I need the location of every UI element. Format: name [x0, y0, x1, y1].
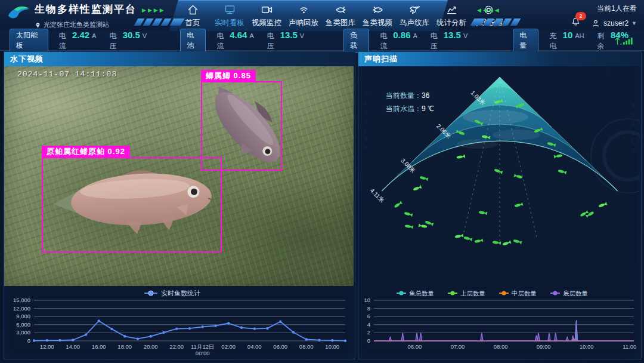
sonar-info: 当前数量：36 当前水温：9 ℃	[386, 89, 434, 115]
metric-unit: V	[463, 32, 467, 39]
sonar-count-label: 当前数量：	[386, 91, 422, 100]
sonar-fish-icon	[514, 202, 523, 208]
signal-strength-icon	[614, 35, 634, 48]
metric-unit: V	[300, 32, 304, 39]
power-badge[interactable]: 电池	[180, 29, 206, 53]
nav-item-label: 首页	[185, 18, 200, 28]
underwater-video-panel: 水下视频	[4, 51, 355, 359]
nav-item-label: 实时看板	[215, 18, 244, 28]
metric-value: 10	[563, 30, 573, 40]
sonar-playback-icon	[298, 4, 310, 16]
nav-item-label: 视频监控	[252, 18, 281, 28]
metric-value: 13.5	[444, 30, 461, 40]
svg-text:6,000: 6,000	[16, 321, 30, 328]
sonar-fish-icon	[514, 174, 523, 179]
metric-label: 电压	[431, 31, 440, 51]
username: szuser2	[603, 19, 628, 27]
svg-text:15,000: 15,000	[13, 297, 30, 303]
svg-text:实时鱼数统计: 实时鱼数统计	[161, 290, 200, 297]
power-metric: 电流 2.42 A	[59, 30, 97, 51]
user-menu[interactable]: szuser2 ▼	[591, 19, 637, 28]
sonar-fish-icon	[419, 176, 428, 181]
metric-unit: V	[143, 32, 147, 39]
nav-item-sonar-playback[interactable]: 声呐回放	[285, 0, 322, 31]
nav-item-label: 鱼类视频	[363, 18, 392, 28]
svg-text:0: 0	[367, 337, 370, 344]
nav-item-bird-sound[interactable]: 鸟声纹库	[396, 0, 433, 31]
fish-gallery-icon	[335, 4, 347, 16]
metric-value: 13.5	[280, 30, 298, 40]
video-panel-header: 水下视频	[4, 52, 355, 66]
sonar-fish-icon	[463, 236, 472, 241]
main-nav: 首页实时看板视频监控声呐回放鱼类图库鱼类视频鸟声纹库统计分析系统设置	[174, 0, 507, 31]
svg-text:0: 0	[27, 337, 30, 344]
nav-item-label: 统计分析	[436, 18, 466, 28]
power-group: 太阳能板 电流 2.42 A 电压 30.5 V	[10, 29, 160, 53]
fish-count-line-chart: 03,0006,0009,00012,00015,00012:0014:0016…	[4, 286, 354, 359]
svg-text:06:00: 06:00	[273, 343, 287, 350]
metric-unit: AH	[575, 32, 584, 39]
sonar-fish-icon	[494, 168, 503, 174]
svg-text:12:00: 12:00	[40, 343, 54, 350]
metric-label: 剩余	[597, 31, 607, 51]
nav-item-analytics[interactable]: 统计分析	[433, 0, 470, 31]
sonar-count-value: 36	[422, 91, 429, 100]
nav-item-fish-video[interactable]: 鱼类视频	[359, 0, 396, 31]
power-metric: 电流 0.86 A	[380, 30, 417, 51]
svg-text:20:00: 20:00	[144, 343, 158, 350]
power-metric: 充电 10 AH	[549, 30, 584, 51]
logo-icon	[6, 4, 31, 21]
svg-text:09:00: 09:00	[537, 343, 551, 350]
nav-item-dashboard[interactable]: 实时看板	[211, 0, 248, 31]
nav-item-video-monitor[interactable]: 视频监控	[248, 0, 285, 31]
metric-label: 充电	[549, 31, 559, 51]
power-metric: 电压 30.5 V	[109, 30, 147, 51]
svg-text:上层数量: 上层数量	[460, 290, 485, 297]
detection-label: 原鲌属红鳍原鲌 0.92	[42, 146, 130, 158]
svg-text:11:00: 11:00	[623, 343, 636, 350]
sonar-fish-icon	[502, 240, 511, 246]
sonar-fish-icon	[394, 201, 402, 208]
deco-arrows-left: ◀◀◀◀	[477, 7, 501, 13]
sonar-fish-icon	[554, 153, 563, 158]
sonar-layer-chart: 024681006:0007:0008:0009:0010:0011:00鱼总数…	[358, 286, 640, 359]
power-group: 电池 电流 4.64 A 电压 13.5 V	[180, 29, 317, 53]
sonar-fish-icon	[404, 211, 413, 217]
brand: 生物多样性监测平台 光淀张庄北鱼类监测站	[6, 2, 137, 29]
video-panel-title: 水下视频	[10, 54, 44, 64]
sonar-panel-title: 声呐扫描	[364, 54, 398, 64]
nav-item-label: 鱼类图库	[326, 18, 355, 28]
notification-bell[interactable]: 2	[570, 16, 581, 30]
sonar-panel: 声呐扫描 0 L 1 0 L 8 0 8 0 O 1 L 0 当前数量：36 当…	[358, 51, 642, 359]
video-feed[interactable]: 2024-11-07 14:11:08 鲫属鲫 0.85原鲌属红鳍原鲌 0.92	[4, 66, 354, 286]
svg-text:18:00: 18:00	[117, 343, 132, 350]
power-metric: 电压 13.5 V	[267, 30, 304, 51]
svg-text:02:00: 02:00	[221, 343, 236, 350]
metric-value: 4.64	[230, 30, 247, 40]
sonar-fish-icon	[419, 223, 428, 228]
nav-item-settings[interactable]: 系统设置	[470, 0, 507, 31]
dashboard-icon	[224, 4, 236, 16]
svg-text:6: 6	[367, 313, 370, 319]
detection-box: 原鲌属红鳍原鲌 0.92	[42, 157, 222, 253]
station-name: 光淀张庄北鱼类监测站	[44, 20, 109, 29]
svg-text:中层数量: 中层数量	[512, 290, 537, 297]
nav-item-fish-gallery[interactable]: 鱼类图库	[322, 0, 359, 31]
sonar-panel-header: 声呐扫描	[358, 52, 641, 66]
svg-text:04:00: 04:00	[247, 343, 262, 350]
nav-item-label: 鸟声纹库	[400, 18, 429, 28]
power-badge[interactable]: 电量	[513, 29, 538, 53]
analytics-icon	[445, 4, 458, 16]
power-badge[interactable]: 负载	[343, 29, 369, 53]
sonar-temp-value: 9 ℃	[422, 104, 434, 113]
svg-text:3,000: 3,000	[16, 329, 30, 336]
metric-value: 30.5	[123, 30, 140, 40]
sonar-fish-icon	[456, 154, 465, 159]
nav-item-home[interactable]: 首页	[174, 0, 211, 31]
svg-text:08:00: 08:00	[299, 343, 314, 350]
power-badge[interactable]: 太阳能板	[10, 29, 48, 53]
top-header: 生物多样性监测平台 光淀张庄北鱼类监测站 ▶▶▶▶ 首页实时看板视频监控声呐回放…	[0, 0, 644, 32]
power-metric: 电流 4.64 A	[216, 30, 253, 51]
metric-label: 电流	[216, 31, 226, 51]
power-group: 负载 电流 0.86 A 电压 13.5 V	[343, 29, 481, 53]
